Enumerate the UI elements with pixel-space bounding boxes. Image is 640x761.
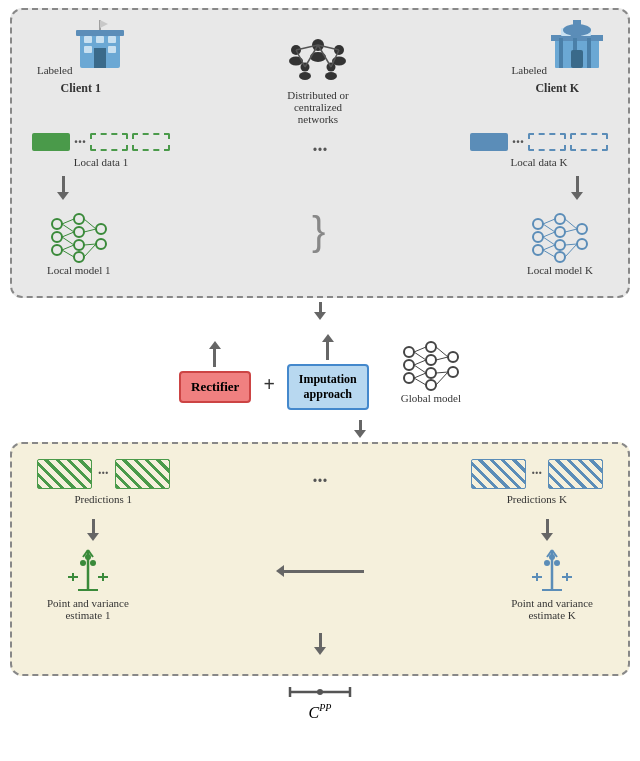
data-blue-dashed2 [570, 133, 608, 151]
svg-point-61 [555, 252, 565, 262]
svg-point-74 [404, 347, 414, 357]
pred-blue2 [548, 459, 603, 489]
svg-point-103 [85, 554, 91, 560]
svg-point-80 [426, 380, 436, 390]
svg-point-82 [448, 367, 458, 377]
svg-line-52 [84, 229, 96, 232]
predictions-row: ··· Predictions 1 ··· ··· Predictions K [27, 454, 613, 510]
distributed-label: Distributed or centralized networks [273, 89, 363, 125]
clientK-icon [551, 20, 603, 76]
svg-point-42 [74, 252, 84, 262]
svg-point-63 [577, 239, 587, 249]
variance1-label: Point and varianceestimate 1 [47, 597, 129, 621]
svg-point-78 [426, 355, 436, 365]
h-arrow-variance [276, 565, 364, 577]
variance1-icon [63, 545, 113, 597]
svg-point-79 [426, 368, 436, 378]
client1-block: Labeled [37, 20, 124, 96]
data-green-dashed2 [132, 133, 170, 151]
svg-rect-35 [571, 50, 583, 68]
svg-point-113 [554, 560, 560, 566]
bottom-predictions-box: ··· Predictions 1 ··· ··· Predictions K [10, 442, 630, 676]
svg-line-69 [543, 250, 555, 257]
svg-point-60 [555, 240, 565, 250]
svg-line-72 [565, 244, 577, 245]
rectifier-label: Rectifier [191, 379, 239, 394]
local-modelK-label: Local model K [527, 264, 593, 276]
svg-line-85 [414, 360, 426, 365]
cpp-label-container: C PP [309, 704, 332, 722]
svg-line-45 [62, 219, 74, 224]
svg-point-101 [80, 560, 86, 566]
arrows-to-models [27, 172, 613, 204]
local-modelK-block: Local model K [527, 209, 593, 276]
svg-line-87 [414, 373, 426, 378]
svg-line-53 [84, 244, 96, 245]
svg-point-58 [555, 214, 565, 224]
clientK-data: ··· Local data K [470, 130, 608, 168]
pred-green1 [37, 459, 92, 489]
svg-marker-9 [100, 20, 108, 28]
center-arrow-from-top [20, 298, 620, 324]
svg-point-44 [96, 239, 106, 249]
data-green-solid [32, 133, 70, 151]
local-models-row: Local model 1 } [27, 204, 613, 281]
svg-line-92 [436, 372, 448, 385]
middle-controls-row: Rectifier + Imputationapproach [20, 330, 620, 410]
svg-line-70 [565, 219, 577, 229]
varianceK-label: Point and varianceestimate K [511, 597, 593, 621]
svg-point-38 [52, 245, 62, 255]
predictionsK-block: ··· Predictions K [471, 459, 604, 505]
svg-point-57 [533, 245, 543, 255]
svg-line-88 [414, 378, 426, 385]
imputation-block: Imputationapproach [287, 330, 369, 410]
predictionsK-label: Predictions K [507, 493, 567, 505]
svg-line-54 [84, 244, 96, 257]
svg-line-66 [543, 232, 555, 237]
svg-rect-4 [96, 36, 104, 43]
imputation-box: Imputationapproach [287, 364, 369, 410]
svg-rect-1 [76, 30, 124, 36]
svg-line-65 [543, 224, 555, 232]
rectifier-block: Rectifier [179, 337, 251, 403]
arrow-global-to-bottom [20, 416, 640, 442]
variance1-block: Point and varianceestimate 1 [47, 545, 129, 621]
svg-line-46 [62, 224, 74, 232]
svg-point-17 [299, 72, 311, 80]
svg-point-81 [448, 352, 458, 362]
cpp-label: C [309, 704, 320, 722]
svg-rect-30 [587, 38, 591, 68]
arrow-head-left [276, 565, 284, 577]
arrow-to-rectifier [209, 341, 221, 367]
svg-rect-3 [84, 36, 92, 43]
svg-point-43 [96, 224, 106, 234]
local-model1-block: Local model 1 [47, 209, 111, 276]
svg-point-77 [426, 342, 436, 352]
labeledK-label: Labeled [512, 64, 547, 76]
clientK-block: Labeled [512, 20, 603, 96]
models-brace: } [312, 209, 325, 254]
arrow-to-modelK [571, 176, 583, 200]
svg-line-90 [436, 357, 448, 360]
network-center: Distributed or centralized networks [273, 25, 363, 125]
svg-point-55 [533, 219, 543, 229]
bracket-icon [285, 682, 355, 702]
arrow-to-var1 [87, 519, 99, 541]
local-model1-label: Local model 1 [47, 264, 111, 276]
svg-line-89 [436, 347, 448, 357]
h-arrow-line [284, 570, 364, 573]
svg-rect-34 [573, 20, 581, 30]
middle-section: Rectifier + Imputationapproach [20, 298, 620, 442]
data-blue-solid [470, 133, 508, 151]
predictions1-block: ··· Predictions 1 [37, 459, 170, 505]
svg-line-64 [543, 219, 555, 224]
network-icon [281, 25, 356, 89]
variance-arrows-row [27, 515, 613, 545]
pred-blue1 [471, 459, 526, 489]
svg-point-102 [90, 560, 96, 566]
svg-line-48 [62, 237, 74, 245]
svg-point-75 [404, 360, 414, 370]
arrow-to-varK [541, 519, 553, 541]
svg-line-68 [543, 245, 555, 250]
svg-rect-7 [108, 46, 116, 53]
